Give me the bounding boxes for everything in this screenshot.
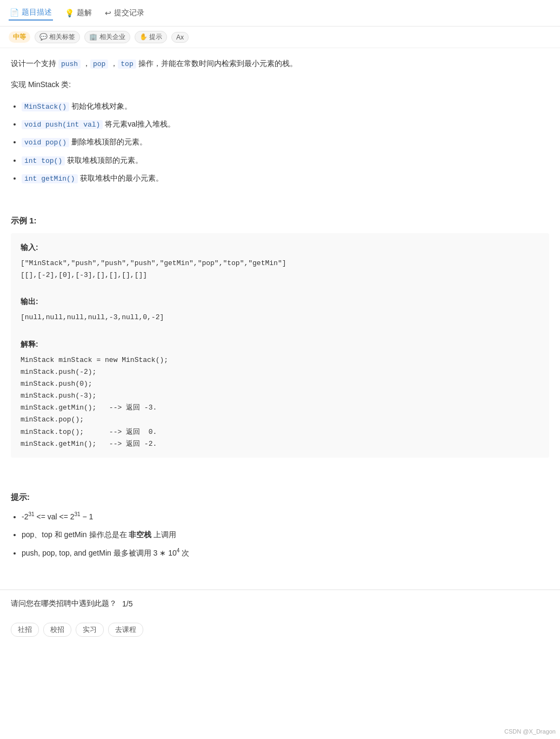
push-code: push xyxy=(58,60,81,69)
method-item-2: void pop() 删除堆栈顶部的元素。 xyxy=(22,135,549,149)
bottom-tag-2[interactable]: 实习 xyxy=(76,623,104,637)
method-code-2: void pop() xyxy=(22,138,69,147)
bottom-tag-3[interactable]: 去课程 xyxy=(108,623,143,637)
example1-title: 示例 1: xyxy=(11,213,549,228)
enterprise-icon: 🏢 xyxy=(89,33,97,41)
pagination: 1/5 xyxy=(122,599,132,608)
method-code-1: void push(int val) xyxy=(22,120,103,129)
bottom-section: 请问您在哪类招聘中遇到此题？ 1/5 社招 校招 实习 去课程 xyxy=(0,589,560,642)
method-desc-3: 获取堆栈顶部的元素。 xyxy=(67,156,143,164)
hint-item-2: push, pop, top, and getMin 最多被调用 3 ∗ 104… xyxy=(22,546,549,560)
example1-block: 输入: ["MinStack","push","push","push","ge… xyxy=(11,233,549,458)
noempty-bold: 非空栈 xyxy=(129,530,151,539)
bottom-question-row: 请问您在哪类招聘中遇到此题？ 1/5 xyxy=(0,590,560,617)
method-desc-4: 获取堆栈中的最小元素。 xyxy=(80,174,163,182)
explain-label: 解释: xyxy=(21,338,539,351)
top-navigation: 📄 题目描述 💡 题解 ↩ 提交记录 xyxy=(0,0,560,27)
method-code-3: int top() xyxy=(22,156,65,166)
watermark: CSDN @X_Dragon xyxy=(504,728,556,735)
method-code-4: int getMin() xyxy=(22,174,78,183)
chat-icon: 💬 xyxy=(39,33,48,41)
difficulty-tag[interactable]: 中等 xyxy=(9,31,30,43)
top-code: top xyxy=(118,60,136,69)
description-icon: 📄 xyxy=(10,8,19,17)
nav-solution[interactable]: 💡 题解 xyxy=(64,6,93,20)
method-desc-1: 将元素val推入堆栈。 xyxy=(105,120,175,128)
method-desc-0: 初始化堆栈对象。 xyxy=(71,102,132,110)
output-value: [null,null,null,null,-3,null,0,-2] xyxy=(21,312,539,324)
main-content: 设计一个支持 push ，pop ，top 操作，并能在常数时间内检索到最小元素… xyxy=(0,48,560,573)
hint-text-2: push, pop, top, and getMin 最多被调用 3 ∗ 104… xyxy=(22,549,189,557)
bottom-tag-0[interactable]: 社招 xyxy=(11,623,39,637)
input-line2: [[],[-2],[0],[-3],[],[],[],[]] xyxy=(21,269,539,281)
nav-submissions[interactable]: ↩ 提交记录 xyxy=(104,6,145,20)
nav-description[interactable]: 📄 题目描述 xyxy=(9,5,53,21)
hint-tag[interactable]: ✋ 提示 xyxy=(135,31,167,43)
hint-text-0: -231 <= val <= 231 − 1 xyxy=(22,512,93,521)
translate-tag[interactable]: Ax xyxy=(171,32,189,43)
enterprise-tag[interactable]: 🏢 相关企业 xyxy=(84,31,130,43)
method-item-0: MinStack() 初始化堆栈对象。 xyxy=(22,100,549,113)
hints-title: 提示: xyxy=(11,490,549,504)
tag-row: 中等 💬 相关标签 🏢 相关企业 ✋ 提示 Ax xyxy=(0,27,560,48)
submissions-icon: ↩ xyxy=(105,9,111,17)
bottom-tag-1[interactable]: 校招 xyxy=(43,623,71,637)
hint-item-1: pop、top 和 getMin 操作总是在 非空栈 上调用 xyxy=(22,528,549,542)
pop-code: pop xyxy=(90,60,108,69)
method-item-1: void push(int val) 将元素val推入堆栈。 xyxy=(22,117,549,131)
input-label: 输入: xyxy=(21,241,539,254)
solution-icon: 💡 xyxy=(65,9,74,17)
hint-item-0: -231 <= val <= 231 − 1 xyxy=(22,510,549,524)
problem-description: 设计一个支持 push ，pop ，top 操作，并能在常数时间内检索到最小元素… xyxy=(11,57,549,70)
output-label: 输出: xyxy=(21,295,539,308)
explain-code: MinStack minStack = new MinStack(); minS… xyxy=(21,354,539,450)
bottom-question-text: 请问您在哪类招聘中遇到此题？ xyxy=(11,599,117,609)
implement-title: 实现 MinStack 类: xyxy=(11,78,549,91)
method-item-3: int top() 获取堆栈顶部的元素。 xyxy=(22,154,549,167)
hint-icon: ✋ xyxy=(139,33,148,41)
hints-list: -231 <= val <= 231 − 1 pop、top 和 getMin … xyxy=(22,510,549,560)
method-desc-2: 删除堆栈顶部的元素。 xyxy=(71,137,147,146)
methods-list: MinStack() 初始化堆栈对象。 void push(int val) 将… xyxy=(22,100,549,186)
hint-text-1: pop、top 和 getMin 操作总是在 非空栈 上调用 xyxy=(22,530,176,539)
bottom-tags-row: 社招 校招 实习 去课程 xyxy=(0,617,560,642)
method-item-4: int getMin() 获取堆栈中的最小元素。 xyxy=(22,171,549,185)
chat-tag[interactable]: 💬 相关标签 xyxy=(35,31,80,43)
input-line1: ["MinStack","push","push","push","getMin… xyxy=(21,258,539,269)
method-code-0: MinStack() xyxy=(22,102,69,111)
hints-section: 提示: -231 <= val <= 231 − 1 pop、top 和 get… xyxy=(11,490,549,560)
